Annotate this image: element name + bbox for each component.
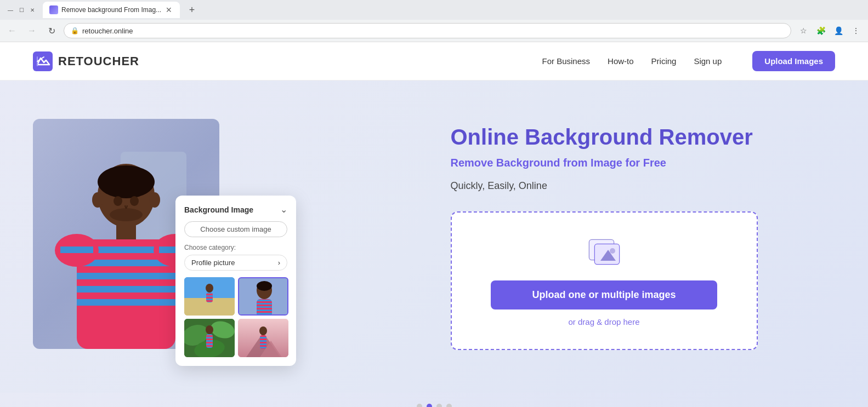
new-tab-button[interactable]: + bbox=[184, 2, 200, 18]
back-button[interactable]: ← bbox=[4, 23, 20, 38]
mountain-thumb-svg bbox=[238, 319, 288, 357]
hero-left: Background Image ⌄ Choose custom image C… bbox=[33, 119, 418, 354]
browser-actions: ☆ 🧩 👤 ⋮ bbox=[796, 23, 864, 38]
svg-point-29 bbox=[257, 281, 272, 291]
hero-tagline: Quickly, Easily, Online bbox=[451, 180, 836, 192]
bg-thumb-leaves[interactable] bbox=[184, 319, 235, 357]
hero-title: Online Background Remover bbox=[451, 124, 836, 150]
beach-thumb-svg bbox=[184, 277, 235, 316]
svg-point-5 bbox=[149, 192, 160, 208]
menu-button[interactable]: ⋮ bbox=[848, 23, 864, 38]
page-content: RETOUCHER For Business How-to Pricing Si… bbox=[0, 42, 868, 407]
drag-drop-text: or drag & drop here bbox=[568, 317, 639, 326]
address-bar-row: ← → ↻ 🔒 retoucher.online ☆ 🧩 👤 ⋮ bbox=[0, 20, 868, 42]
svg-rect-9 bbox=[116, 223, 136, 239]
browser-chrome: — ☐ ✕ Remove background From Imag... ✕ +… bbox=[0, 0, 868, 42]
svg-point-4 bbox=[92, 192, 103, 208]
upload-icon bbox=[463, 234, 746, 270]
lock-icon: 🔒 bbox=[71, 27, 79, 35]
nav-links: For Business How-to Pricing Sign up Uplo… bbox=[542, 51, 836, 71]
svg-point-44 bbox=[259, 326, 267, 335]
browser-titlebar: — ☐ ✕ Remove background From Imag... ✕ + bbox=[0, 0, 868, 20]
extensions-button[interactable]: 🧩 bbox=[813, 23, 829, 38]
svg-rect-30 bbox=[257, 299, 272, 316]
svg-point-3 bbox=[98, 165, 155, 198]
nav-pricing[interactable]: Pricing bbox=[651, 56, 677, 66]
tab-favicon bbox=[49, 5, 58, 14]
profile-thumb-svg bbox=[239, 278, 288, 316]
leaves-thumb-svg bbox=[184, 319, 235, 357]
bg-thumbnails bbox=[184, 277, 287, 357]
active-tab[interactable]: Remove background From Imag... ✕ bbox=[43, 2, 180, 18]
logo-text: RETOUCHER bbox=[58, 54, 139, 68]
svg-point-37 bbox=[206, 325, 213, 334]
category-value: Profile picture bbox=[191, 259, 235, 267]
hero-section: Background Image ⌄ Choose custom image C… bbox=[0, 81, 868, 393]
bg-thumb-beach[interactable] bbox=[184, 277, 235, 316]
images-icon-svg bbox=[585, 234, 623, 267]
navbar: RETOUCHER For Business How-to Pricing Si… bbox=[0, 42, 868, 81]
nav-how-to[interactable]: How-to bbox=[608, 56, 634, 66]
url-text: retoucher.online bbox=[82, 27, 133, 35]
bg-panel-chevron-icon[interactable]: ⌄ bbox=[280, 204, 287, 215]
profile-button[interactable]: 👤 bbox=[831, 23, 846, 38]
svg-point-55 bbox=[610, 248, 615, 254]
carousel-dot-4[interactable] bbox=[446, 404, 452, 407]
hero-right: Online Background Remover Remove Backgro… bbox=[418, 124, 836, 350]
address-bar[interactable]: 🔒 retoucher.online bbox=[64, 23, 791, 38]
bg-thumb-profile[interactable] bbox=[238, 277, 288, 316]
minimize-button[interactable]: — bbox=[7, 6, 14, 14]
bg-panel-title: Background Image bbox=[184, 205, 253, 214]
reload-button[interactable]: ↻ bbox=[44, 23, 59, 38]
carousel-dot-1[interactable] bbox=[417, 404, 422, 407]
forward-button[interactable]: → bbox=[24, 23, 39, 38]
choose-category-label: Choose category: bbox=[184, 244, 287, 251]
svg-rect-45 bbox=[260, 335, 266, 349]
choose-custom-image-button[interactable]: Choose custom image bbox=[184, 221, 287, 237]
svg-rect-24 bbox=[206, 293, 213, 302]
carousel-dots bbox=[0, 393, 868, 407]
svg-rect-19 bbox=[60, 247, 93, 253]
tab-title: Remove background From Imag... bbox=[61, 6, 161, 14]
nav-for-business[interactable]: For Business bbox=[542, 56, 591, 66]
bookmark-button[interactable]: ☆ bbox=[796, 23, 811, 38]
nav-upload-images-button[interactable]: Upload Images bbox=[752, 51, 835, 71]
svg-rect-38 bbox=[206, 334, 213, 348]
svg-rect-14 bbox=[77, 273, 175, 279]
nav-sign-up[interactable]: Sign up bbox=[694, 56, 722, 66]
logo-icon bbox=[33, 51, 53, 71]
svg-rect-15 bbox=[77, 286, 175, 293]
upload-zone[interactable]: Upload one or multiple images or drag & … bbox=[451, 211, 758, 350]
window-controls: — ☐ ✕ bbox=[7, 6, 36, 14]
bg-thumb-mountain[interactable] bbox=[238, 319, 288, 357]
carousel-dot-3[interactable] bbox=[436, 404, 442, 407]
category-chevron-icon: › bbox=[278, 259, 280, 267]
background-image-panel: Background Image ⌄ Choose custom image C… bbox=[175, 196, 296, 366]
tab-close-button[interactable]: ✕ bbox=[164, 4, 173, 15]
hero-subtitle: Remove Background from Image for Free bbox=[451, 157, 836, 169]
svg-point-6 bbox=[114, 196, 122, 206]
category-select[interactable]: Profile picture › bbox=[184, 255, 287, 271]
carousel-dot-2[interactable] bbox=[427, 404, 432, 407]
svg-point-8 bbox=[110, 208, 143, 221]
svg-point-23 bbox=[206, 284, 213, 293]
svg-point-7 bbox=[130, 196, 139, 206]
close-button[interactable]: ✕ bbox=[29, 6, 36, 14]
logo[interactable]: RETOUCHER bbox=[33, 51, 542, 71]
bg-panel-header: Background Image ⌄ bbox=[184, 204, 287, 215]
upload-images-button[interactable]: Upload one or multiple images bbox=[491, 280, 717, 309]
svg-rect-16 bbox=[77, 299, 175, 306]
maximize-button[interactable]: ☐ bbox=[18, 6, 25, 14]
